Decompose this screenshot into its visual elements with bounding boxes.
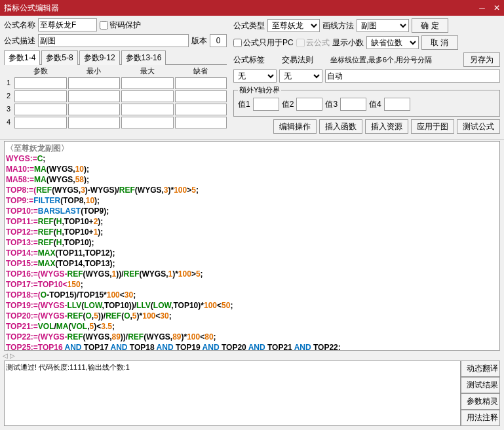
formula-type-select[interactable]: 至尊妖龙 bbox=[267, 19, 320, 32]
save-as-button[interactable]: 另存为 bbox=[463, 52, 500, 67]
param-row-num: 4 bbox=[4, 117, 13, 128]
val2-input[interactable] bbox=[296, 98, 322, 111]
param-cell[interactable] bbox=[14, 104, 67, 115]
val2-label: 值2 bbox=[282, 99, 294, 110]
code-editor[interactable]: 〈至尊妖龙副图〉WYGS:=C;MA10:=MA(WYGS,10);MA58:=… bbox=[4, 141, 500, 351]
param-tabs: 参数1-4参数5-8参数9-12参数13-16 bbox=[4, 50, 227, 65]
param-cell[interactable] bbox=[121, 117, 174, 128]
param-header: 最小 bbox=[68, 66, 121, 76]
pc-only-checkbox[interactable]: 公式只用于PC bbox=[233, 37, 294, 49]
val1-label: 值1 bbox=[238, 99, 250, 110]
test-result-button[interactable]: 测试结果 bbox=[461, 377, 500, 393]
formula-desc-label: 公式描述 bbox=[4, 35, 35, 47]
param-cell[interactable] bbox=[121, 90, 174, 102]
decimal-places-select[interactable]: 缺省位数 bbox=[366, 36, 419, 49]
apply-chart-button[interactable]: 应用于图 bbox=[411, 119, 454, 134]
formula-tag-label: 公式标签 bbox=[233, 55, 265, 64]
param-cell[interactable] bbox=[68, 77, 121, 89]
formula-type-label: 公式类型 bbox=[233, 20, 265, 31]
title-bar: 指标公式编辑器 ─ ✕ bbox=[0, 0, 504, 16]
param-tab[interactable]: 参数1-4 bbox=[4, 50, 40, 65]
param-cell[interactable] bbox=[175, 90, 227, 102]
val4-input[interactable] bbox=[384, 98, 410, 111]
version-input[interactable] bbox=[210, 34, 227, 47]
test-formula-button[interactable]: 测试公式 bbox=[457, 119, 500, 134]
param-cell[interactable] bbox=[121, 77, 174, 89]
formula-tag-select[interactable]: 无 bbox=[233, 69, 277, 83]
draw-method-label: 画线方法 bbox=[322, 20, 354, 31]
formula-name-label: 公式名称 bbox=[4, 20, 35, 31]
param-cell[interactable] bbox=[175, 104, 227, 115]
param-cell[interactable] bbox=[68, 90, 121, 102]
param-cell[interactable] bbox=[121, 104, 174, 115]
coord-input[interactable] bbox=[325, 69, 500, 83]
version-label: 版本 bbox=[191, 35, 207, 47]
param-cell[interactable] bbox=[14, 77, 67, 89]
minimize-icon[interactable]: ─ bbox=[479, 3, 485, 12]
ok-button[interactable]: 确 定 bbox=[412, 18, 448, 33]
val3-label: 值3 bbox=[325, 99, 338, 110]
coord-hint-label: 坐标线位置,最多6个,用分号分隔 bbox=[330, 55, 432, 65]
status-output: 测试通过! 代码长度:1111,输出线个数:1 bbox=[4, 361, 461, 426]
param-cell[interactable] bbox=[175, 117, 227, 128]
cancel-button[interactable]: 取 消 bbox=[421, 35, 458, 50]
param-tab[interactable]: 参数5-8 bbox=[41, 50, 77, 65]
extra-y-fieldset: 额外Y轴分界 值1 值2 值3 值4 bbox=[233, 85, 500, 117]
formula-desc-input[interactable] bbox=[38, 34, 189, 47]
edit-op-button[interactable]: 编辑操作 bbox=[273, 119, 317, 134]
val1-input[interactable] bbox=[253, 98, 279, 111]
param-header: 参数 bbox=[14, 66, 67, 76]
param-cell[interactable] bbox=[14, 117, 67, 128]
param-cell[interactable] bbox=[14, 90, 67, 102]
insert-res-button[interactable]: 插入资源 bbox=[365, 119, 408, 134]
param-row-num: 1 bbox=[4, 77, 13, 89]
param-wizard-button[interactable]: 参数精灵 bbox=[461, 393, 500, 410]
dyn-trans-button[interactable]: 动态翻译 bbox=[461, 361, 500, 377]
cloud-checkbox: 云公式 bbox=[296, 37, 330, 49]
param-grid: 参数最小最大缺省1234 bbox=[4, 66, 227, 128]
trade-rule-select[interactable]: 无 bbox=[279, 69, 322, 83]
draw-method-select[interactable]: 副图 bbox=[357, 19, 409, 32]
show-decimal-label: 显示小数 bbox=[332, 37, 364, 49]
top-panel: 公式名称 密码保护 公式描述 版本 参数1-4参数5-8参数9-12参数13-1… bbox=[0, 16, 504, 140]
close-icon[interactable]: ✕ bbox=[494, 3, 500, 12]
insert-fn-button[interactable]: 插入函数 bbox=[319, 119, 362, 134]
window-title: 指标公式编辑器 bbox=[4, 3, 59, 14]
trade-rule-label: 交易法则 bbox=[282, 55, 313, 64]
param-cell[interactable] bbox=[68, 117, 121, 128]
param-row-num: 3 bbox=[4, 104, 13, 115]
param-header: 缺省 bbox=[175, 66, 227, 76]
param-header: 最大 bbox=[121, 66, 174, 76]
extra-y-legend: 额外Y轴分界 bbox=[238, 85, 281, 95]
password-protect-checkbox[interactable]: 密码保护 bbox=[100, 20, 141, 31]
param-cell[interactable] bbox=[175, 77, 227, 89]
param-tab[interactable]: 参数13-16 bbox=[121, 50, 166, 65]
param-cell[interactable] bbox=[68, 104, 121, 115]
val4-label: 值4 bbox=[369, 99, 381, 110]
param-row-num: 2 bbox=[4, 90, 13, 102]
formula-name-input[interactable] bbox=[38, 18, 97, 31]
val3-input[interactable] bbox=[340, 98, 366, 111]
param-tab[interactable]: 参数9-12 bbox=[79, 50, 120, 65]
usage-note-button[interactable]: 用法注释 bbox=[461, 410, 500, 426]
scroll-indicator[interactable]: ◁ ▷ bbox=[0, 352, 504, 359]
